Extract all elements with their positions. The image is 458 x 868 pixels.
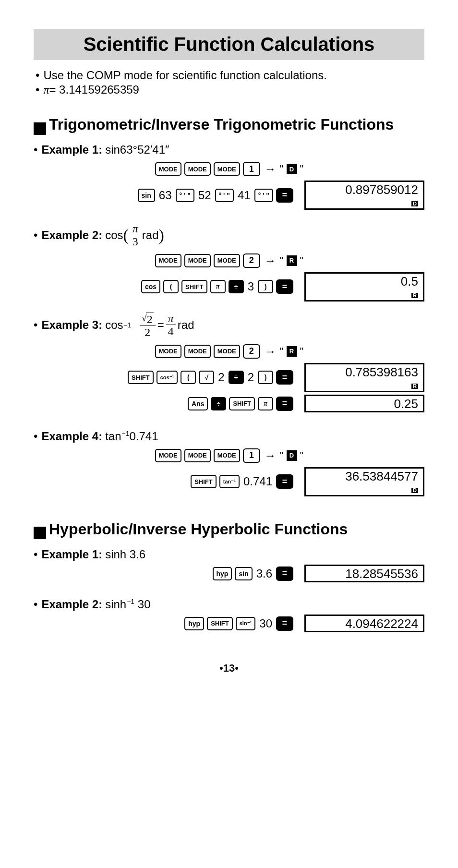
deg-indicator-icon: D [287, 164, 297, 174]
arrow-icon: → [265, 449, 276, 462]
trig-ex3-row1: MODE MODE MODE 2 → " R " [34, 342, 424, 361]
trig-ex3-row2: SHIFT cos⁻¹ ( √ 2 ÷ 2 ) = 0.785398163 R [34, 363, 424, 392]
square-marker-icon [34, 527, 46, 539]
cos-key: cos [141, 280, 160, 293]
deg-indicator-icon: D [287, 450, 297, 461]
frac-den: 2 [143, 326, 152, 338]
lcd-mode-indicator: R [411, 384, 418, 389]
hyp-ex1-label-line: • Example 1: sinh 3.6 [34, 548, 424, 561]
sin-key: sin [138, 189, 155, 202]
lcd-value: 0.25 [311, 398, 418, 410]
key-2: 2 [243, 344, 260, 359]
lcd-display: 18.28545536 [304, 565, 424, 582]
ex1-s: 41 [152, 143, 165, 156]
inv-sup: −1 [124, 321, 132, 329]
bullet-icon: • [34, 598, 37, 611]
quote: " [280, 449, 284, 462]
lcd-display: 0.897859012 D [304, 181, 424, 210]
square-marker-icon [34, 122, 46, 135]
paren-l-key: ( [163, 280, 179, 293]
trig-ex1-label: Example 1: [41, 143, 102, 157]
arrow-icon: → [265, 345, 276, 358]
trig-ex1-label-line: • Example 1: sin63°52′41″ [34, 143, 424, 157]
hyp-ex2-label: Example 2: [41, 598, 102, 611]
hyp-ex1-row: hyp sin 3.6 = 18.28545536 [34, 564, 424, 583]
trig-ex2-expr: cos ( π 3 rad ) [105, 222, 164, 248]
trig-ex2-row1: MODE MODE MODE 2 → " R " [34, 251, 424, 270]
trig-ex4-expr: tan−10.741 [105, 430, 158, 443]
quote: " [300, 449, 304, 462]
mode-key: MODE [184, 449, 211, 462]
frac-den: 3 [131, 235, 140, 248]
shift-key: SHIFT [207, 617, 233, 630]
bullet-icon: • [36, 69, 39, 82]
mode-key: MODE [214, 449, 240, 462]
section-heading-hyperbolic: Hyperbolic/Inverse Hyperbolic Functions [34, 520, 424, 541]
intro-bullet-2: • π = 3.14159265359 [36, 83, 424, 96]
lcd-display: 4.094622224 [304, 615, 424, 632]
trig-ex1-row1: MODE MODE MODE 1 → " D " [34, 159, 424, 179]
typed-41: 41 [238, 189, 251, 202]
frac-den: 4 [166, 325, 176, 338]
equals-key: = [276, 370, 293, 385]
trig-ex1-expr: sin63°52′41″ [105, 143, 169, 157]
typed-30: 30 [259, 617, 272, 630]
trig-ex2-row2: cos ( SHIFT π ÷ 3 ) = 0.5 R [34, 272, 424, 301]
section-heading-trig: Trigonometric/Inverse Trigonometric Func… [34, 116, 424, 136]
rad-indicator-icon: R [287, 346, 297, 357]
paren-r-key: ) [258, 371, 273, 384]
lcd-value: 36.53844577 [311, 470, 418, 482]
frac-num: 2 [140, 311, 156, 326]
fraction: π 3 [131, 222, 140, 248]
mode-key: MODE [214, 345, 240, 358]
rad-indicator-icon: R [287, 255, 297, 266]
pi-glyph: π [264, 400, 267, 408]
trig-ex4-label: Example 4: [41, 430, 102, 443]
mode-key: MODE [214, 254, 240, 267]
mode-key: MODE [214, 162, 240, 176]
taninv-key: tan⁻¹ [219, 475, 240, 488]
sininv-key: sin⁻¹ [236, 617, 256, 630]
cos-text: cos [105, 318, 123, 332]
pi-value: = 3.14159265359 [49, 83, 139, 96]
trig-ex3-label-line: • Example 3: cos−1 2 2 = π 4 rad [34, 311, 424, 339]
hyp-ex1-label: Example 1: [41, 548, 102, 561]
bullet-icon: • [34, 229, 37, 242]
trig-heading-text: Trigonometric/Inverse Trigonometric Func… [49, 116, 394, 133]
trig-ex3-label: Example 3: [41, 318, 102, 332]
lcd-display: 0.785398163 R [304, 363, 424, 392]
mode-key: MODE [184, 345, 211, 358]
mode-key: MODE [184, 162, 211, 176]
hyp-ex2-label-line: • Example 2: sinh−1 30 [34, 598, 424, 611]
typed-2b: 2 [248, 371, 254, 384]
hyp-key: hyp [213, 567, 232, 580]
typed-3: 3 [248, 280, 254, 293]
inv-sup: −1 [122, 430, 130, 437]
inv-sup: −1 [127, 598, 134, 605]
dms-key: ° ' " [254, 189, 273, 202]
equals-key: = [276, 279, 293, 294]
bullet-icon: • [34, 430, 37, 443]
key-2: 2 [243, 253, 260, 268]
lcd-value: 4.094622224 [311, 617, 418, 630]
bullet-icon: • [34, 143, 37, 157]
lcd-mode-indicator: R [411, 293, 418, 298]
rad-text: rad [178, 318, 194, 332]
lcd-value: 18.28545536 [311, 567, 418, 580]
dms-key: ° ' " [215, 189, 234, 202]
trig-ex4-row1: MODE MODE MODE 1 → " D " [34, 446, 424, 465]
dms-key: ° ' " [176, 189, 194, 202]
bullet-icon: • [34, 318, 37, 332]
pi-glyph: π [216, 283, 220, 290]
intro-text-1: Use the COMP mode for scientific functio… [43, 69, 326, 82]
paren-l-key: ( [181, 371, 196, 384]
eq-text: = [157, 318, 164, 332]
lcd-display: 0.25 [304, 395, 424, 412]
trig-ex1-row2: sin 63 ° ' " 52 ° ' " 41 ° ' " = 0.89785… [34, 181, 424, 210]
lcd-display: 0.5 R [304, 272, 424, 301]
typed-36: 3.6 [256, 567, 272, 580]
hyp-ex2-row: hyp SHIFT sin⁻¹ 30 = 4.094622224 [34, 614, 424, 633]
page-num-value: 13 [223, 662, 235, 674]
page-title: Scientific Function Calculations [34, 29, 424, 60]
divide-key: ÷ [229, 280, 244, 293]
